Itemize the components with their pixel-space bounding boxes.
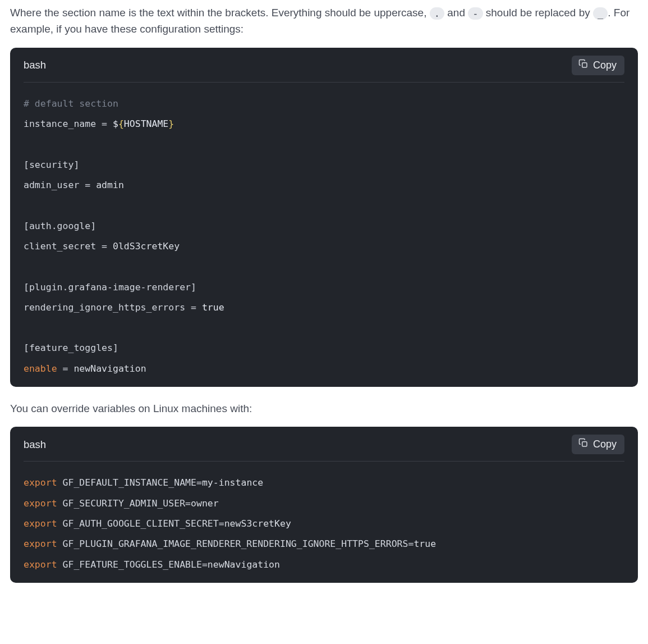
code-block-1: bash Copy # default section instance_nam… — [10, 48, 638, 387]
intro-text-1: Where the section name is the text withi… — [10, 7, 430, 19]
middle-paragraph: You can override variables on Linux mach… — [10, 400, 638, 417]
code-header: bash Copy — [24, 427, 624, 462]
copy-icon — [578, 438, 589, 451]
intro-paragraph: Where the section name is the text withi… — [10, 4, 638, 38]
intro-text-3: should be replaced by — [483, 7, 593, 19]
inline-code-dash: - — [468, 7, 482, 20]
code-content-1[interactable]: # default section instance_name = ${HOST… — [24, 83, 624, 379]
code-content-2[interactable]: export GF_DEFAULT_INSTANCE_NAME=my-insta… — [24, 462, 624, 574]
svg-rect-0 — [582, 63, 587, 67]
copy-label: Copy — [593, 60, 617, 71]
copy-button[interactable]: Copy — [572, 56, 624, 75]
code-lang-label: bash — [24, 57, 46, 74]
svg-rect-1 — [582, 442, 587, 446]
code-header: bash Copy — [24, 48, 624, 83]
copy-label: Copy — [593, 439, 617, 450]
inline-code-dot: . — [430, 7, 444, 20]
copy-button[interactable]: Copy — [572, 435, 624, 454]
code-block-2: bash Copy export GF_DEFAULT_INSTANCE_NAM… — [10, 427, 638, 582]
inline-code-underscore: _ — [593, 7, 608, 20]
copy-icon — [578, 59, 589, 72]
code-lang-label: bash — [24, 437, 46, 453]
intro-text-2: and — [444, 7, 468, 19]
